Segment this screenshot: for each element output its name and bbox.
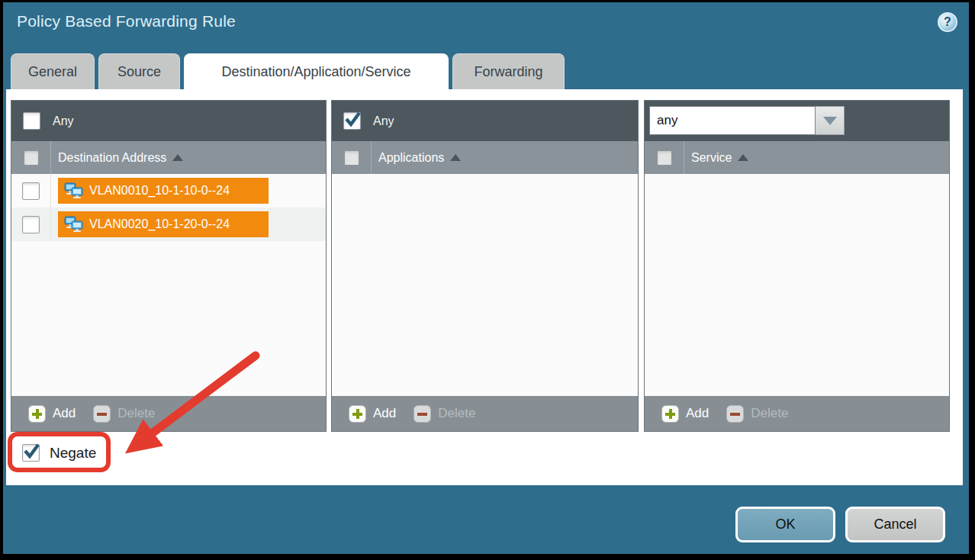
address-object-chip[interactable]: VLAN0020_10-1-20-0--24: [58, 211, 269, 237]
destination-any-bar: Any: [11, 101, 326, 141]
negate-checkbox[interactable]: [22, 444, 40, 462]
applications-footer-bar: Add Delete: [332, 396, 638, 431]
service-column-header[interactable]: Service: [645, 141, 949, 174]
address-object-name: VLAN0020_10-1-20-0--24: [89, 217, 230, 231]
service-any-bar: any: [645, 101, 949, 141]
destination-footer-bar: Add Delete: [11, 396, 326, 431]
ok-button[interactable]: OK: [735, 507, 835, 542]
tab-bar: General Source Destination/Application/S…: [11, 53, 565, 89]
add-button[interactable]: Add: [373, 406, 396, 421]
negate-control: Negate: [22, 444, 96, 462]
service-list: [645, 174, 949, 396]
add-icon[interactable]: [349, 405, 366, 423]
help-icon[interactable]: ?: [938, 12, 957, 32]
applications-column-header[interactable]: Applications: [332, 141, 638, 174]
delete-icon: [726, 405, 744, 423]
destination-list: VLAN0010_10-1-10-0--24 VLAN0020_10-1-20-…: [11, 174, 326, 396]
applications-column: Any Applications Add Delete: [331, 100, 639, 432]
tab-destination-application-service[interactable]: Destination/Application/Service: [184, 53, 449, 90]
dialog-title: Policy Based Forwarding Rule: [17, 12, 236, 31]
add-button[interactable]: Add: [53, 406, 76, 421]
delete-button-disabled: Delete: [751, 406, 788, 421]
address-object-name: VLAN0010_10-1-10-0--24: [89, 184, 230, 198]
delete-icon: [413, 405, 431, 423]
service-footer-bar: Add Delete: [645, 396, 949, 431]
applications-any-label: Any: [373, 114, 394, 128]
network-address-icon: [64, 182, 84, 199]
sort-ascending-icon: [172, 154, 183, 161]
address-object-chip[interactable]: VLAN0010_10-1-10-0--24: [58, 178, 269, 204]
service-dropdown[interactable]: any: [649, 106, 845, 135]
applications-any-bar: Any: [332, 101, 638, 141]
negate-label: Negate: [50, 445, 96, 462]
tab-source[interactable]: Source: [98, 53, 180, 89]
service-dropdown-value[interactable]: any: [649, 106, 816, 135]
row-checkbox[interactable]: [22, 216, 40, 233]
cancel-button[interactable]: Cancel: [845, 507, 945, 542]
add-icon[interactable]: [661, 405, 679, 423]
dropdown-button[interactable]: [816, 106, 845, 135]
tab-general[interactable]: General: [11, 53, 95, 89]
destination-column-header[interactable]: Destination Address: [11, 141, 326, 174]
delete-button-disabled: Delete: [438, 406, 475, 421]
add-icon[interactable]: [28, 405, 46, 423]
applications-header-label: Applications: [378, 151, 444, 165]
service-column: any Service Add Delete: [644, 100, 950, 432]
applications-select-all-checkbox[interactable]: [344, 150, 359, 166]
destination-any-checkbox[interactable]: [23, 112, 40, 130]
delete-button-disabled: Delete: [117, 406, 155, 421]
applications-list: [332, 174, 638, 396]
service-select-all-checkbox[interactable]: [657, 150, 672, 166]
destination-address-column: Any Destination Address VLAN0010_10-1-10…: [11, 100, 327, 432]
tab-forwarding[interactable]: Forwarding: [452, 53, 565, 89]
network-address-icon: [64, 216, 84, 233]
row-checkbox[interactable]: [22, 182, 40, 200]
destination-header-label: Destination Address: [58, 151, 166, 165]
sort-ascending-icon: [450, 154, 461, 161]
table-row[interactable]: VLAN0020_10-1-20-0--24: [11, 208, 326, 241]
chevron-down-icon: [823, 117, 837, 125]
destination-any-label: Any: [53, 114, 74, 128]
sort-ascending-icon: [738, 154, 748, 161]
destination-select-all-checkbox[interactable]: [24, 150, 39, 166]
add-button[interactable]: Add: [686, 406, 709, 421]
delete-icon: [93, 405, 111, 423]
service-header-label: Service: [691, 151, 732, 165]
applications-any-checkbox[interactable]: [343, 112, 361, 130]
table-row[interactable]: VLAN0010_10-1-10-0--24: [11, 174, 326, 208]
